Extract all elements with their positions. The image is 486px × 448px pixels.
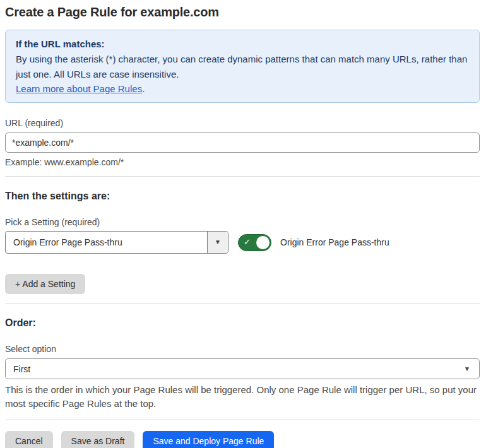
info-box-link-line: Learn more about Page Rules. bbox=[16, 81, 469, 96]
link-suffix: . bbox=[142, 83, 145, 94]
pick-setting-label: Pick a Setting (required) bbox=[5, 217, 480, 227]
divider bbox=[5, 420, 480, 420]
info-box-heading: If the URL matches: bbox=[16, 37, 469, 51]
save-draft-button[interactable]: Save as Draft bbox=[61, 431, 135, 448]
order-select-label: Select option bbox=[5, 344, 480, 354]
setting-toggle-on[interactable]: ✓ bbox=[238, 234, 271, 251]
footer-actions: Cancel Save as Draft Save and Deploy Pag… bbox=[5, 431, 480, 448]
setting-dropdown-arrow-button[interactable]: ▼ bbox=[207, 232, 228, 253]
settings-section-heading: Then the settings are: bbox=[5, 191, 480, 202]
order-select-value: First bbox=[13, 364, 30, 374]
url-example-helper: Example: www.example.com/* bbox=[5, 157, 480, 167]
save-deploy-button[interactable]: Save and Deploy Page Rule bbox=[143, 431, 274, 448]
info-box-body: By using the asterisk (*) character, you… bbox=[16, 52, 469, 81]
order-select[interactable]: First ▼ bbox=[5, 358, 480, 379]
create-page-rule-form: Create a Page Rule for example.com If th… bbox=[0, 0, 486, 448]
url-field-label: URL (required) bbox=[5, 118, 480, 128]
page-title: Create a Page Rule for example.com bbox=[5, 5, 480, 20]
url-input[interactable] bbox=[5, 133, 480, 153]
setting-dropdown[interactable]: Origin Error Page Pass-thru ▼ bbox=[5, 231, 228, 254]
setting-row: Origin Error Page Pass-thru ▼ ✓ Origin E… bbox=[5, 231, 480, 254]
chevron-down-icon: ▼ bbox=[464, 366, 470, 372]
toggle-knob bbox=[256, 236, 270, 249]
check-icon: ✓ bbox=[244, 237, 251, 247]
chevron-down-icon: ▼ bbox=[215, 239, 221, 245]
url-match-info-box: If the URL matches: By using the asteris… bbox=[5, 30, 480, 103]
learn-more-link[interactable]: Learn more about Page Rules bbox=[16, 83, 142, 94]
setting-toggle-label: Origin Error Page Pass-thru bbox=[280, 237, 389, 247]
setting-dropdown-value: Origin Error Page Pass-thru bbox=[6, 232, 207, 253]
divider bbox=[5, 176, 480, 177]
order-helper-text: This is the order in which your Page Rul… bbox=[5, 383, 480, 411]
cancel-button[interactable]: Cancel bbox=[5, 431, 53, 448]
add-setting-button[interactable]: + Add a Setting bbox=[5, 274, 85, 294]
divider bbox=[5, 303, 480, 304]
order-section-heading: Order: bbox=[5, 317, 480, 329]
